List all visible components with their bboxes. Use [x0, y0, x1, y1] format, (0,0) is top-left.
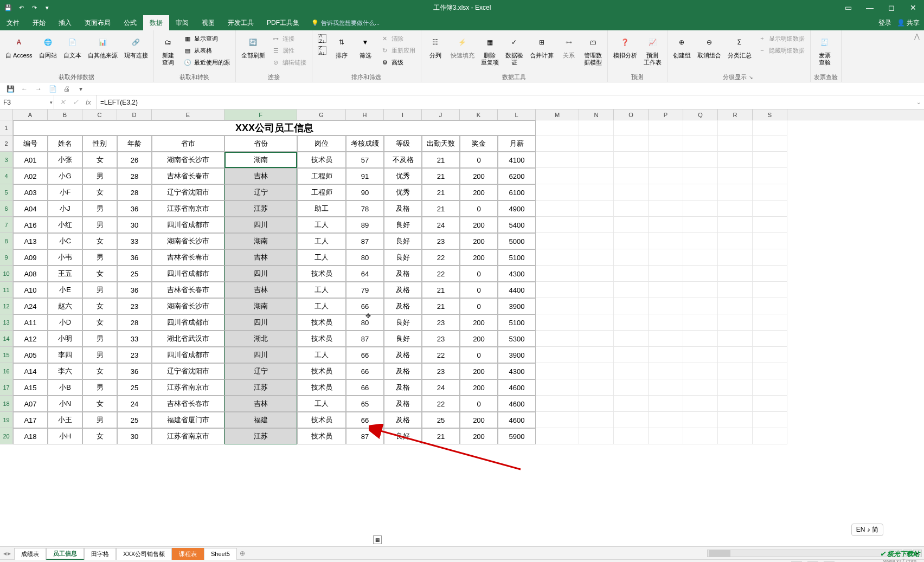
cell-L12[interactable]: 3900 — [498, 298, 536, 314]
flash-fill-button[interactable]: ⚡快速填充 — [448, 33, 477, 60]
tab-insert[interactable]: 插入 — [52, 15, 78, 30]
cell-R7[interactable] — [718, 217, 753, 233]
cell-R16[interactable] — [718, 363, 753, 379]
cell-D6[interactable]: 36 — [117, 201, 152, 217]
cell-I10[interactable]: 及格 — [384, 266, 422, 282]
cell-M20[interactable] — [536, 428, 579, 444]
fx-icon[interactable]: fx — [82, 98, 94, 106]
login-link[interactable]: 登录 — [878, 18, 891, 28]
cell-B8[interactable]: 小C — [48, 233, 82, 249]
cell-L3[interactable]: 4100 — [498, 152, 536, 168]
cell-O15[interactable] — [614, 347, 649, 363]
cell-N13[interactable] — [579, 314, 614, 331]
cell-I17[interactable]: 及格 — [384, 379, 422, 396]
cell-O3[interactable] — [614, 152, 649, 168]
remove-dup-button[interactable]: ▦删除 重复项 — [479, 33, 501, 67]
col-head-D[interactable]: D — [117, 109, 152, 120]
cell-G3[interactable]: 技术员 — [297, 152, 346, 168]
cell-F13[interactable]: 四川 — [224, 314, 297, 331]
consolidate-button[interactable]: ⊞合并计算 — [528, 33, 556, 60]
cell-B9[interactable]: 小韦 — [48, 249, 82, 266]
cell-N19[interactable] — [579, 412, 614, 428]
sheet-tab-4[interactable]: XXX公司销售额 — [116, 548, 172, 560]
ime-indicator[interactable]: EN ♪ 简 — [851, 524, 883, 536]
cell-G15[interactable]: 工人 — [297, 347, 346, 363]
cell-N14[interactable] — [579, 331, 614, 347]
cell-J16[interactable]: 23 — [422, 363, 460, 379]
clear-filter-button[interactable]: ✕清除 — [378, 33, 418, 44]
cell-M3[interactable] — [536, 152, 579, 168]
reapply-button[interactable]: ↻重新应用 — [378, 44, 418, 56]
enter-formula-icon[interactable]: ✓ — [69, 98, 81, 106]
cell-O16[interactable] — [614, 363, 649, 379]
cell-A11[interactable]: A10 — [13, 282, 48, 298]
cell-C7[interactable]: 男 — [82, 217, 117, 233]
cell-R17[interactable] — [718, 379, 753, 396]
cell-A18[interactable]: A07 — [13, 396, 48, 412]
cell-J14[interactable]: 23 — [422, 331, 460, 347]
cell-N3[interactable] — [579, 152, 614, 168]
cell-P5[interactable] — [649, 184, 683, 201]
row-head-4[interactable]: 4 — [0, 168, 13, 184]
cell-L11[interactable]: 4400 — [498, 282, 536, 298]
cell-C13[interactable]: 女 — [82, 314, 117, 331]
cell-A8[interactable]: A13 — [13, 233, 48, 249]
cell-D9[interactable]: 36 — [117, 249, 152, 266]
cell-H15[interactable]: 66 — [346, 347, 384, 363]
tab-dev[interactable]: 开发工具 — [221, 15, 260, 30]
data-valid-button[interactable]: ✓数据验 证 — [503, 33, 525, 67]
cell-L17[interactable]: 4600 — [498, 379, 536, 396]
cell-M1[interactable] — [536, 120, 579, 135]
cell-O7[interactable] — [614, 217, 649, 233]
cell-O19[interactable] — [614, 412, 649, 428]
cell-D16[interactable]: 36 — [117, 363, 152, 379]
cell-B13[interactable]: 小D — [48, 314, 82, 331]
cell-G8[interactable]: 工人 — [297, 233, 346, 249]
cell-D3[interactable]: 26 — [117, 152, 152, 168]
qat-more-icon[interactable]: ▾ — [42, 3, 52, 12]
cell-G5[interactable]: 工程师 — [297, 184, 346, 201]
cell-L5[interactable]: 6100 — [498, 184, 536, 201]
cell-C15[interactable]: 男 — [82, 347, 117, 363]
cell-C2[interactable]: 性别 — [82, 135, 117, 152]
recent-src-button[interactable]: 🕓最近使用的源 — [181, 56, 232, 68]
cell-C8[interactable]: 女 — [82, 233, 117, 249]
cell-F18[interactable]: 吉林 — [224, 396, 297, 412]
cell-M10[interactable] — [536, 266, 579, 282]
cell-E9[interactable]: 吉林省长春市 — [152, 249, 224, 266]
forecast-button[interactable]: 📈预测 工作表 — [641, 33, 664, 67]
cell-C6[interactable]: 男 — [82, 201, 117, 217]
new-icon[interactable]: 📄 — [48, 84, 57, 94]
cell-O12[interactable] — [614, 298, 649, 314]
cell-A10[interactable]: A08 — [13, 266, 48, 282]
cell-L16[interactable]: 4300 — [498, 363, 536, 379]
cell-J2[interactable]: 出勤天数 — [422, 135, 460, 152]
cell-K3[interactable]: 0 — [460, 152, 498, 168]
cell-L9[interactable]: 5100 — [498, 249, 536, 266]
tab-home[interactable]: 开始 — [26, 15, 52, 30]
relationships-button[interactable]: ⊶关系 — [558, 33, 580, 60]
cell-Q19[interactable] — [683, 412, 718, 428]
maximize-icon[interactable]: ◻ — [881, 0, 902, 15]
edit-links-button[interactable]: ⊘编辑链接 — [270, 56, 309, 68]
cell-I5[interactable]: 优秀 — [384, 184, 422, 201]
sheet-tab-2[interactable]: 员工信息 — [46, 548, 84, 560]
cell-L2[interactable]: 月薪 — [498, 135, 536, 152]
row-head-16[interactable]: 16 — [0, 363, 13, 379]
cell-Q9[interactable] — [683, 249, 718, 266]
cell-J5[interactable]: 21 — [422, 184, 460, 201]
cell-L7[interactable]: 5400 — [498, 217, 536, 233]
cell-E8[interactable]: 湖南省长沙市 — [152, 233, 224, 249]
cell-Q18[interactable] — [683, 396, 718, 412]
col-head-S[interactable]: S — [753, 109, 787, 120]
cell-B6[interactable]: 小J — [48, 201, 82, 217]
cell-C9[interactable]: 男 — [82, 249, 117, 266]
from-web-button[interactable]: 🌐自网站 — [37, 33, 59, 60]
cell-R6[interactable] — [718, 201, 753, 217]
cell-R8[interactable] — [718, 233, 753, 249]
cell-M6[interactable] — [536, 201, 579, 217]
cell-E18[interactable]: 吉林省长春市 — [152, 396, 224, 412]
cell-L4[interactable]: 6200 — [498, 168, 536, 184]
cell-J18[interactable]: 22 — [422, 396, 460, 412]
text-to-cols-button[interactable]: ☷分列 — [425, 33, 446, 60]
